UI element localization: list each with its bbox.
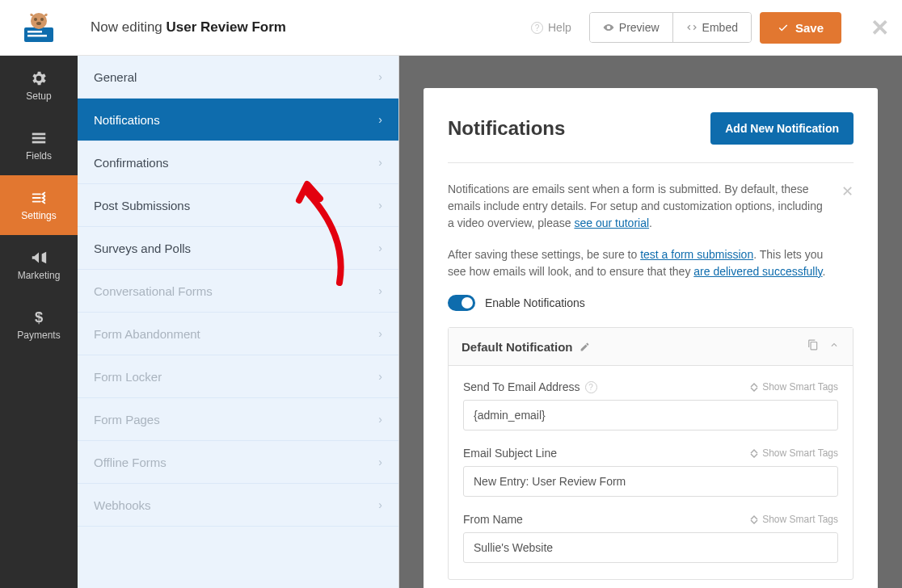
notifications-panel: Notifications Add New Notification ✕ Not… <box>424 88 878 588</box>
subnav-item-form-abandonment[interactable]: Form Abandonment› <box>78 313 398 355</box>
panel-description: ✕ Notifications are emails sent when a f… <box>448 181 854 280</box>
from-name-input[interactable] <box>463 532 838 563</box>
content-area: Notifications Add New Notification ✕ Not… <box>399 56 902 588</box>
embed-button[interactable]: Embed <box>673 13 751 42</box>
card-body: Send To Email Address ? Show Smart Tags … <box>449 366 853 579</box>
panel-header: Notifications Add New Notification <box>448 112 854 163</box>
logo[interactable] <box>0 0 78 56</box>
subnav-item-general[interactable]: General› <box>78 56 398 99</box>
svg-text:$: $ <box>35 309 43 326</box>
svg-rect-1 <box>27 31 42 33</box>
chevron-right-icon: › <box>378 370 382 383</box>
chevron-right-icon: › <box>378 327 382 340</box>
chevron-right-icon: › <box>378 113 382 126</box>
add-notification-button[interactable]: Add New Notification <box>710 112 854 145</box>
chevron-right-icon: › <box>378 498 382 511</box>
subject-input[interactable] <box>463 466 838 497</box>
wpforms-logo-icon <box>21 10 57 45</box>
delivered-link[interactable]: are delivered successfully <box>693 265 822 278</box>
smart-tags-subject[interactable]: Show Smart Tags <box>749 447 838 459</box>
subnav-item-conversational-forms[interactable]: Conversational Forms› <box>78 270 398 313</box>
copy-icon[interactable] <box>807 339 819 354</box>
subnav-item-offline-forms[interactable]: Offline Forms› <box>78 441 398 484</box>
subnav-item-confirmations[interactable]: Confirmations› <box>78 141 398 184</box>
settings-subnav: General›Notifications›Confirmations›Post… <box>78 56 399 588</box>
subnav-item-form-locker[interactable]: Form Locker› <box>78 355 398 398</box>
smart-tags-from-name[interactable]: Show Smart Tags <box>749 514 838 525</box>
help-link[interactable]: ? Help <box>531 21 571 34</box>
dismiss-icon[interactable]: ✕ <box>841 181 854 203</box>
notification-card: Default Notification Send To Email Addre… <box>448 327 854 580</box>
subnav-item-notifications[interactable]: Notifications› <box>78 99 398 141</box>
card-header: Default Notification <box>449 328 853 366</box>
subnav-item-webhooks[interactable]: Webhooks› <box>78 484 398 527</box>
svg-rect-2 <box>27 35 47 37</box>
send-to-input[interactable] <box>463 400 838 430</box>
tag-icon <box>749 448 759 458</box>
chevron-right-icon: › <box>378 413 382 426</box>
rail-settings[interactable]: Settings <box>0 175 78 235</box>
top-actions: ? Help Preview Embed Save <box>531 12 858 44</box>
rail-setup[interactable]: Setup <box>0 56 78 116</box>
smart-tags-send-to[interactable]: Show Smart Tags <box>749 381 838 393</box>
save-button[interactable]: Save <box>760 12 841 44</box>
rail-marketing[interactable]: Marketing <box>0 235 78 295</box>
card-title: Default Notification <box>462 340 590 354</box>
svg-point-6 <box>36 22 41 25</box>
enable-notifications-toggle[interactable] <box>448 295 475 311</box>
collapse-icon[interactable] <box>828 339 840 354</box>
svg-point-5 <box>40 18 44 21</box>
topbar: Now editing User Review Form ? Help Prev… <box>0 0 902 56</box>
editing-prefix: Now editing <box>91 19 162 35</box>
left-rail: SetupFieldsSettingsMarketing$Payments <box>0 56 78 588</box>
rail-payments[interactable]: $Payments <box>0 295 78 355</box>
subnav-item-surveys-and-polls[interactable]: Surveys and Polls› <box>78 227 398 270</box>
test-submission-link[interactable]: test a form submission <box>640 248 753 261</box>
panel-title: Notifications <box>448 117 565 140</box>
help-label: Help <box>548 21 571 34</box>
help-icon: ? <box>531 22 543 34</box>
from-name-label: From Name <box>463 513 523 526</box>
editing-title: Now editing User Review Form <box>91 19 286 36</box>
card-actions <box>807 339 840 354</box>
help-icon[interactable]: ? <box>585 381 597 393</box>
preview-embed-group: Preview Embed <box>589 12 752 43</box>
subnav-item-post-submissions[interactable]: Post Submissions› <box>78 184 398 227</box>
svg-rect-9 <box>32 141 46 144</box>
eye-icon <box>603 22 614 33</box>
code-icon <box>686 22 698 33</box>
enable-label: Enable Notifications <box>485 296 585 309</box>
enable-toggle-row: Enable Notifications <box>448 295 854 311</box>
tag-icon <box>749 382 759 392</box>
chevron-right-icon: › <box>378 156 382 169</box>
chevron-right-icon: › <box>378 242 382 254</box>
form-name: User Review Form <box>166 19 286 35</box>
send-to-label: Send To Email Address ? <box>463 380 597 393</box>
chevron-right-icon: › <box>378 70 382 83</box>
svg-rect-7 <box>32 133 46 136</box>
chevron-right-icon: › <box>378 284 382 297</box>
svg-rect-8 <box>32 137 46 140</box>
rail-fields[interactable]: Fields <box>0 116 78 175</box>
chevron-right-icon: › <box>378 199 382 212</box>
tutorial-link[interactable]: see our tutorial <box>574 216 649 229</box>
pencil-icon[interactable] <box>580 342 590 352</box>
subnav-item-form-pages[interactable]: Form Pages› <box>78 398 398 441</box>
check-icon <box>778 22 789 33</box>
subject-label: Email Subject Line <box>463 447 557 460</box>
preview-button[interactable]: Preview <box>590 13 673 42</box>
tag-icon <box>749 514 759 524</box>
close-button[interactable]: ✕ <box>858 15 902 41</box>
chevron-right-icon: › <box>378 456 382 468</box>
svg-point-4 <box>34 18 37 21</box>
